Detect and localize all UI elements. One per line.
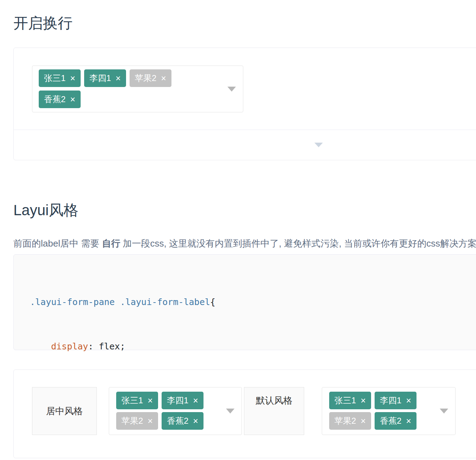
selected-tag-disabled: 苹果2 ×: [116, 412, 158, 430]
section-description: 前面的label居中 需要 自行 加一段css, 这里就没有内置到插件中了, 避…: [13, 237, 476, 249]
code-line: .layui-form-pane .layui-form-label{: [30, 295, 476, 310]
tag-row: 苹果2 × 香蕉2 ×: [329, 412, 434, 430]
section-title-layui: Layui风格: [13, 202, 78, 218]
tag-remove-icon: ×: [161, 74, 166, 83]
selected-tag[interactable]: 张三1 ×: [39, 69, 81, 87]
multiselect-wrap[interactable]: 张三1 × 李四1 × 苹果2 × 香蕉2 ×: [32, 66, 243, 112]
tag-area: 张三1 × 李四1 × 苹果2 × 香蕉2 ×: [32, 66, 243, 108]
tag-remove-icon: ×: [148, 417, 153, 425]
selected-tag[interactable]: 香蕉2 ×: [39, 91, 81, 108]
demo-panel-wrap: 张三1 × 李四1 × 苹果2 × 香蕉2 ×: [13, 48, 476, 160]
tag-row: 香蕉2 ×: [39, 91, 218, 108]
code-line: display: flex;: [30, 339, 476, 354]
selected-tag[interactable]: 张三1 ×: [116, 392, 158, 409]
dropdown-arrow-icon[interactable]: [227, 87, 236, 92]
tag-remove-icon[interactable]: ×: [406, 396, 411, 405]
tag-remove-icon[interactable]: ×: [70, 95, 75, 104]
collapse-caret-icon: [314, 143, 323, 147]
bold-emphasis: 自行: [102, 238, 120, 249]
multiselect-centered[interactable]: 张三1 × 李四1 × 苹果2 × 香蕉2 ×: [109, 387, 242, 435]
tag-remove-icon: ×: [361, 417, 366, 425]
multiselect-default[interactable]: 张三1 × 李四1 × 苹果2 × 香蕉2 ×: [322, 387, 456, 435]
tag-row: 张三1 × 李四1 × 苹果2 ×: [39, 69, 218, 87]
tag-remove-icon[interactable]: ×: [361, 396, 366, 405]
page: 开启换行 张三1 × 李四1 × 苹果2 ×: [0, 0, 476, 460]
tag-row: 张三1 × 李四1 ×: [329, 392, 434, 409]
show-code-toggle[interactable]: [14, 130, 476, 160]
selected-tag[interactable]: 张三1 ×: [329, 392, 371, 409]
tag-remove-icon[interactable]: ×: [115, 74, 121, 83]
selected-tag[interactable]: 香蕉2 ×: [162, 412, 203, 430]
dropdown-arrow-icon[interactable]: [226, 409, 234, 414]
tag-row: 苹果2 × 香蕉2 ×: [116, 412, 220, 430]
tag-remove-icon[interactable]: ×: [193, 417, 198, 425]
selected-tag[interactable]: 香蕉2 ×: [375, 412, 416, 430]
tag-remove-icon[interactable]: ×: [193, 396, 198, 405]
css-code-block: .layui-form-pane .layui-form-label{ disp…: [13, 254, 476, 350]
form-label-centered: 居中风格: [32, 387, 97, 435]
selected-tag-disabled: 苹果2 ×: [130, 69, 171, 87]
tag-area: 张三1 × 李四1 × 苹果2 × 香蕉2 ×: [109, 387, 242, 430]
tag-row: 张三1 × 李四1 ×: [116, 392, 220, 409]
form-label-default: 默认风格: [244, 387, 304, 435]
selected-tag[interactable]: 李四1 ×: [375, 392, 416, 409]
section-title-wrap: 开启换行: [13, 15, 73, 31]
selected-tag-disabled: 苹果2 ×: [329, 412, 371, 430]
tag-area: 张三1 × 李四1 × 苹果2 × 香蕉2 ×: [322, 387, 455, 430]
dropdown-arrow-icon[interactable]: [440, 409, 448, 414]
demo-panel-layui: 居中风格 张三1 × 李四1 × 苹果2 ×: [13, 369, 476, 458]
tag-remove-icon[interactable]: ×: [148, 396, 153, 405]
tag-remove-icon[interactable]: ×: [70, 74, 75, 83]
tag-remove-icon[interactable]: ×: [406, 417, 411, 425]
selected-tag[interactable]: 李四1 ×: [84, 69, 126, 87]
selected-tag[interactable]: 李四1 ×: [162, 392, 203, 409]
